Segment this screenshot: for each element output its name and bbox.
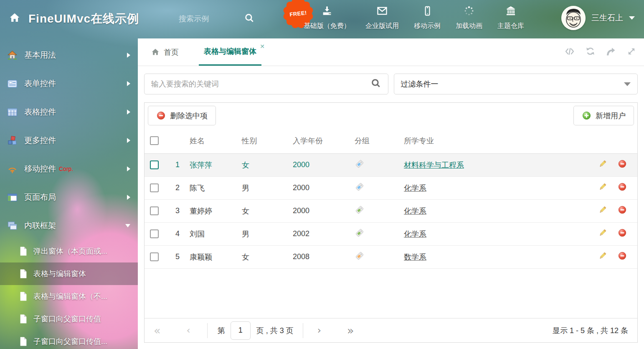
- tab-label: 首页: [164, 47, 179, 57]
- delete-minus-icon[interactable]: [618, 205, 627, 217]
- nav-basic-edition[interactable]: 基础版（免费）: [304, 5, 350, 31]
- tab-label: 表格与编辑窗体: [204, 46, 256, 56]
- cell-gender: 女: [234, 199, 285, 222]
- chevron-right-icon: [127, 138, 130, 143]
- share-icon[interactable]: [606, 46, 616, 58]
- major-link[interactable]: 材料科学与工程系: [404, 161, 464, 169]
- next-page-button[interactable]: ›: [317, 326, 321, 335]
- spinner-icon: [463, 5, 475, 18]
- record-summary: 显示 1 - 5 条 , 共 12 条: [553, 326, 628, 336]
- close-icon[interactable]: ✕: [260, 43, 265, 50]
- sidebar-item-page-layout[interactable]: 页面布局: [0, 183, 138, 211]
- search-icon[interactable]: [244, 13, 255, 25]
- search-icon[interactable]: [370, 78, 381, 90]
- page-count-label: 页 , 共 3 页: [256, 326, 294, 336]
- tab-grid-edit-window[interactable]: 表格与编辑窗体 ✕: [199, 38, 261, 66]
- column-header-major[interactable]: 所学专业: [396, 128, 591, 153]
- column-header-group[interactable]: 分组: [347, 128, 396, 153]
- add-user-button[interactable]: 新增用户: [573, 106, 634, 125]
- sidebar-item-basic-usage[interactable]: 基本用法: [0, 41, 138, 69]
- table-row[interactable]: 5 康颖颖 女 2008 数学系: [145, 245, 637, 268]
- cell-year: 2000: [285, 199, 347, 222]
- sidebar-item-label: 表单控件: [24, 78, 56, 89]
- fullscreen-icon[interactable]: [626, 46, 636, 58]
- sidebar: 基本用法 表单控件 表格控件 更多控件 移动控件 Corp. 页面布局: [0, 38, 138, 349]
- page-icon: [19, 336, 28, 346]
- sidebar-item-iframe[interactable]: 内联框架: [0, 211, 138, 240]
- row-checkbox[interactable]: [150, 229, 159, 238]
- column-header-name[interactable]: 姓名: [182, 128, 234, 153]
- last-page-button[interactable]: »: [347, 325, 354, 336]
- cell-gender: 女: [234, 245, 285, 268]
- nav-loading-animation[interactable]: 加载动画: [456, 5, 482, 31]
- delete-minus-icon[interactable]: [618, 159, 627, 171]
- nav-theme-repo[interactable]: 主题仓库: [497, 5, 524, 31]
- table-row[interactable]: 2 陈飞 男 2000 化学系: [145, 176, 637, 199]
- sidebar-subitem-child-to-parent-2[interactable]: 子窗口向父窗口传值...: [0, 330, 138, 349]
- nav-enterprise-trial[interactable]: 企业版试用: [365, 5, 399, 31]
- cell-year: 2002: [285, 222, 347, 245]
- prev-page-button[interactable]: ‹: [187, 326, 190, 335]
- edit-pencil-icon[interactable]: [598, 228, 607, 239]
- row-checkbox[interactable]: [150, 183, 159, 192]
- column-header-gender[interactable]: 性别: [234, 128, 285, 153]
- column-header-year[interactable]: 入学年份: [285, 128, 347, 153]
- tab-home[interactable]: 首页: [146, 38, 184, 66]
- sidebar-item-grid-controls[interactable]: 表格控件: [0, 98, 138, 126]
- nav-label: 加载动画: [456, 22, 482, 31]
- chevron-right-icon: [127, 53, 130, 58]
- cell-name: 康颖颖: [182, 245, 234, 268]
- sidebar-item-form-controls[interactable]: 表单控件: [0, 69, 138, 98]
- edit-pencil-icon[interactable]: [598, 205, 607, 217]
- delete-minus-icon[interactable]: [618, 228, 627, 239]
- major-link[interactable]: 化学系: [404, 207, 426, 215]
- tag-icon: [355, 182, 364, 194]
- grid-empty-space: [145, 269, 637, 318]
- sidebar-item-label: 表格控件: [24, 107, 56, 117]
- cell-year: 2008: [285, 245, 347, 268]
- sidebar-subitem-grid-edit-window-2[interactable]: 表格与编辑窗体（不...: [0, 285, 138, 308]
- brand[interactable]: FineUIMvc在线示例: [8, 11, 139, 27]
- table-row[interactable]: 1 张萍萍 女 2000 材料科学与工程系: [145, 153, 637, 176]
- cubes-icon: [7, 135, 18, 146]
- edit-pencil-icon[interactable]: [598, 182, 607, 194]
- major-link[interactable]: 化学系: [404, 230, 426, 238]
- select-all-checkbox[interactable]: [150, 136, 159, 145]
- sidebar-subitem-popup-window[interactable]: 弹出窗体（本页面或...: [0, 240, 138, 262]
- sidebar-item-more-controls[interactable]: 更多控件: [0, 126, 138, 155]
- delete-selected-button[interactable]: 删除选中项: [148, 106, 216, 125]
- edit-pencil-icon[interactable]: [598, 251, 607, 262]
- edit-pencil-icon[interactable]: [598, 159, 607, 171]
- major-link[interactable]: 化学系: [404, 184, 426, 192]
- row-checkbox[interactable]: [150, 206, 159, 215]
- user-menu[interactable]: 三生石上: [561, 6, 635, 30]
- refresh-icon[interactable]: [585, 46, 596, 58]
- row-number: 5: [163, 245, 182, 268]
- source-code-icon[interactable]: [564, 47, 575, 58]
- sidebar-subitem-grid-edit-window[interactable]: 表格与编辑窗体: [0, 262, 138, 285]
- sidebar-subitem-child-to-parent[interactable]: 子窗口向父窗口传值: [0, 308, 138, 330]
- delete-minus-icon[interactable]: [618, 182, 627, 194]
- download-icon: [321, 5, 333, 18]
- avatar: [561, 6, 586, 30]
- page-number-input[interactable]: [231, 321, 251, 340]
- sidebar-item-mobile-controls[interactable]: 移动控件 Corp.: [0, 155, 138, 183]
- keyword-search-input[interactable]: [151, 80, 370, 89]
- chevron-down-icon: [629, 16, 635, 20]
- tab-bar: 首页 表格与编辑窗体 ✕: [138, 38, 644, 66]
- row-checkbox[interactable]: [150, 160, 159, 169]
- filter-dropdown[interactable]: 过滤条件一: [394, 74, 638, 94]
- row-checkbox[interactable]: [150, 252, 159, 261]
- filter-selected-value: 过滤条件一: [401, 79, 439, 89]
- delete-minus-icon[interactable]: [618, 251, 627, 262]
- table-row[interactable]: 3 董婷婷 女 2000 化学系: [145, 199, 637, 222]
- sidebar-item-label: 更多控件: [24, 135, 56, 146]
- top-search-input[interactable]: [179, 15, 233, 23]
- table-row[interactable]: 4 刘国 男 2002 化学系: [145, 222, 637, 245]
- sidebar-item-label: 基本用法: [24, 50, 56, 61]
- major-link[interactable]: 数学系: [404, 253, 426, 261]
- nav-mobile-demo[interactable]: 移动示例: [414, 5, 441, 31]
- pagination-bar: « ‹ 第 页 , 共 3 页 › » 显示 1 - 5 条 , 共 12 条: [145, 318, 637, 342]
- corp-badge: Corp.: [59, 166, 73, 172]
- first-page-button[interactable]: «: [154, 325, 161, 336]
